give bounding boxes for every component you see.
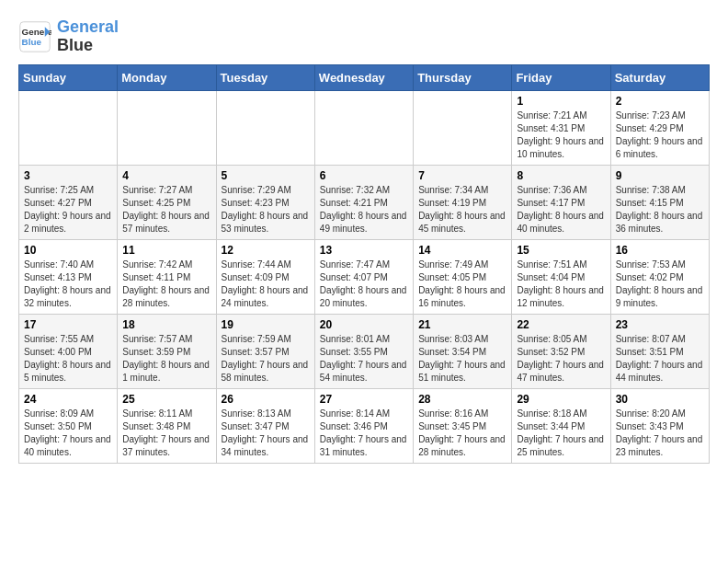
- calendar-cell: 9Sunrise: 7:38 AM Sunset: 4:15 PM Daylig…: [610, 165, 709, 239]
- calendar-cell: 10Sunrise: 7:40 AM Sunset: 4:13 PM Dayli…: [19, 239, 118, 314]
- day-number: 20: [320, 318, 408, 331]
- day-number: 7: [418, 169, 506, 182]
- day-info: Sunrise: 7:21 AM Sunset: 4:31 PM Dayligh…: [517, 109, 605, 161]
- day-info: Sunrise: 7:49 AM Sunset: 4:05 PM Dayligh…: [418, 259, 506, 310]
- day-info: Sunrise: 7:55 AM Sunset: 4:00 PM Dayligh…: [24, 333, 112, 385]
- calendar-cell: 4Sunrise: 7:27 AM Sunset: 4:25 PM Daylig…: [118, 165, 216, 239]
- page-header: General Blue GeneralBlue: [18, 18, 710, 55]
- calendar-cell: 17Sunrise: 7:55 AM Sunset: 4:00 PM Dayli…: [19, 314, 118, 388]
- day-header-sunday: Sunday: [19, 64, 118, 90]
- calendar-cell: 24Sunrise: 8:09 AM Sunset: 3:50 PM Dayli…: [19, 388, 118, 463]
- calendar-cell: 6Sunrise: 7:32 AM Sunset: 4:21 PM Daylig…: [314, 165, 413, 239]
- calendar-cell: 8Sunrise: 7:36 AM Sunset: 4:17 PM Daylig…: [512, 165, 610, 239]
- day-number: 2: [616, 95, 704, 108]
- day-number: 16: [616, 244, 704, 257]
- day-number: 13: [320, 244, 408, 257]
- day-info: Sunrise: 8:20 AM Sunset: 3:43 PM Dayligh…: [616, 408, 704, 459]
- calendar-cell: 14Sunrise: 7:49 AM Sunset: 4:05 PM Dayli…: [414, 239, 512, 314]
- day-info: Sunrise: 8:13 AM Sunset: 3:47 PM Dayligh…: [222, 408, 310, 459]
- day-info: Sunrise: 8:14 AM Sunset: 3:46 PM Dayligh…: [320, 408, 408, 459]
- day-info: Sunrise: 7:59 AM Sunset: 3:57 PM Dayligh…: [222, 333, 310, 385]
- calendar-cell: 25Sunrise: 8:11 AM Sunset: 3:48 PM Dayli…: [118, 388, 216, 463]
- calendar-cell: 23Sunrise: 8:07 AM Sunset: 3:51 PM Dayli…: [610, 314, 709, 388]
- day-number: 23: [616, 318, 704, 331]
- calendar-cell: 20Sunrise: 8:01 AM Sunset: 3:55 PM Dayli…: [314, 314, 413, 388]
- day-number: 18: [122, 318, 210, 331]
- day-header-saturday: Saturday: [610, 64, 709, 90]
- day-number: 27: [320, 393, 408, 406]
- calendar-cell: 11Sunrise: 7:42 AM Sunset: 4:11 PM Dayli…: [118, 239, 216, 314]
- day-number: 8: [517, 169, 605, 182]
- day-header-friday: Friday: [512, 64, 610, 90]
- day-info: Sunrise: 7:38 AM Sunset: 4:15 PM Dayligh…: [616, 184, 704, 236]
- day-info: Sunrise: 8:11 AM Sunset: 3:48 PM Dayligh…: [122, 408, 210, 459]
- day-info: Sunrise: 7:40 AM Sunset: 4:13 PM Dayligh…: [24, 259, 112, 310]
- svg-text:Blue: Blue: [22, 37, 42, 47]
- logo-icon: General Blue: [18, 20, 51, 53]
- day-number: 24: [24, 393, 112, 406]
- day-number: 15: [517, 244, 605, 257]
- day-number: 30: [616, 393, 704, 406]
- day-number: 19: [222, 318, 310, 331]
- day-info: Sunrise: 7:42 AM Sunset: 4:11 PM Dayligh…: [122, 259, 210, 310]
- calendar-cell: 5Sunrise: 7:29 AM Sunset: 4:23 PM Daylig…: [216, 165, 314, 239]
- calendar-cell: 18Sunrise: 7:57 AM Sunset: 3:59 PM Dayli…: [118, 314, 216, 388]
- calendar-cell: 1Sunrise: 7:21 AM Sunset: 4:31 PM Daylig…: [512, 90, 610, 165]
- day-info: Sunrise: 8:05 AM Sunset: 3:52 PM Dayligh…: [517, 333, 605, 385]
- calendar-week-row: 3Sunrise: 7:25 AM Sunset: 4:27 PM Daylig…: [19, 165, 710, 239]
- day-number: 4: [122, 169, 210, 182]
- calendar-cell: 21Sunrise: 8:03 AM Sunset: 3:54 PM Dayli…: [414, 314, 512, 388]
- day-number: 12: [222, 244, 310, 257]
- calendar-cell: 26Sunrise: 8:13 AM Sunset: 3:47 PM Dayli…: [216, 388, 314, 463]
- calendar-cell: 12Sunrise: 7:44 AM Sunset: 4:09 PM Dayli…: [216, 239, 314, 314]
- day-info: Sunrise: 7:47 AM Sunset: 4:07 PM Dayligh…: [320, 259, 408, 310]
- logo: General Blue GeneralBlue: [18, 18, 119, 55]
- day-info: Sunrise: 8:18 AM Sunset: 3:44 PM Dayligh…: [517, 408, 605, 459]
- calendar-week-row: 10Sunrise: 7:40 AM Sunset: 4:13 PM Dayli…: [19, 239, 710, 314]
- day-number: 14: [418, 244, 506, 257]
- day-number: 25: [122, 393, 210, 406]
- day-info: Sunrise: 7:53 AM Sunset: 4:02 PM Dayligh…: [616, 259, 704, 310]
- calendar-cell: 15Sunrise: 7:51 AM Sunset: 4:04 PM Dayli…: [512, 239, 610, 314]
- calendar-cell: 30Sunrise: 8:20 AM Sunset: 3:43 PM Dayli…: [610, 388, 709, 463]
- day-number: 10: [24, 244, 112, 257]
- day-number: 17: [24, 318, 112, 331]
- calendar-cell: 7Sunrise: 7:34 AM Sunset: 4:19 PM Daylig…: [414, 165, 512, 239]
- day-info: Sunrise: 7:29 AM Sunset: 4:23 PM Dayligh…: [222, 184, 310, 236]
- calendar-cell: 16Sunrise: 7:53 AM Sunset: 4:02 PM Dayli…: [610, 239, 709, 314]
- calendar-cell: [414, 90, 512, 165]
- day-number: 22: [517, 318, 605, 331]
- calendar-cell: [216, 90, 314, 165]
- day-number: 3: [24, 169, 112, 182]
- calendar-week-row: 17Sunrise: 7:55 AM Sunset: 4:00 PM Dayli…: [19, 314, 710, 388]
- day-info: Sunrise: 8:03 AM Sunset: 3:54 PM Dayligh…: [418, 333, 506, 385]
- calendar-week-row: 1Sunrise: 7:21 AM Sunset: 4:31 PM Daylig…: [19, 90, 710, 165]
- day-number: 5: [222, 169, 310, 182]
- day-header-monday: Monday: [118, 64, 216, 90]
- day-info: Sunrise: 8:01 AM Sunset: 3:55 PM Dayligh…: [320, 333, 408, 385]
- calendar-cell: [314, 90, 413, 165]
- calendar-cell: 27Sunrise: 8:14 AM Sunset: 3:46 PM Dayli…: [314, 388, 413, 463]
- day-info: Sunrise: 7:57 AM Sunset: 3:59 PM Dayligh…: [122, 333, 210, 385]
- day-header-tuesday: Tuesday: [216, 64, 314, 90]
- calendar-cell: [118, 90, 216, 165]
- day-info: Sunrise: 7:34 AM Sunset: 4:19 PM Dayligh…: [418, 184, 506, 236]
- day-header-thursday: Thursday: [414, 64, 512, 90]
- day-info: Sunrise: 7:25 AM Sunset: 4:27 PM Dayligh…: [24, 184, 112, 236]
- day-number: 28: [418, 393, 506, 406]
- calendar-cell: [19, 90, 118, 165]
- day-info: Sunrise: 8:09 AM Sunset: 3:50 PM Dayligh…: [24, 408, 112, 459]
- day-number: 29: [517, 393, 605, 406]
- calendar-cell: 3Sunrise: 7:25 AM Sunset: 4:27 PM Daylig…: [19, 165, 118, 239]
- day-number: 6: [320, 169, 408, 182]
- day-info: Sunrise: 7:23 AM Sunset: 4:29 PM Dayligh…: [616, 109, 704, 161]
- day-info: Sunrise: 7:36 AM Sunset: 4:17 PM Dayligh…: [517, 184, 605, 236]
- calendar-cell: 2Sunrise: 7:23 AM Sunset: 4:29 PM Daylig…: [610, 90, 709, 165]
- day-info: Sunrise: 7:32 AM Sunset: 4:21 PM Dayligh…: [320, 184, 408, 236]
- calendar-cell: 29Sunrise: 8:18 AM Sunset: 3:44 PM Dayli…: [512, 388, 610, 463]
- day-number: 26: [222, 393, 310, 406]
- day-info: Sunrise: 8:07 AM Sunset: 3:51 PM Dayligh…: [616, 333, 704, 385]
- day-number: 1: [517, 95, 605, 108]
- day-info: Sunrise: 8:16 AM Sunset: 3:45 PM Dayligh…: [418, 408, 506, 459]
- calendar-table: SundayMondayTuesdayWednesdayThursdayFrid…: [18, 64, 710, 464]
